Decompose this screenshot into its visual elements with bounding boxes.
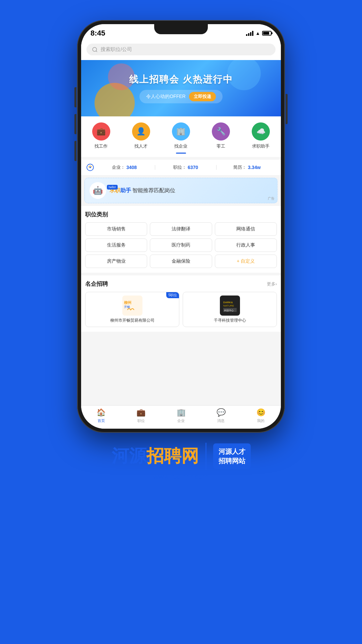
svg-point-0 bbox=[93, 47, 97, 51]
assistant-label: 求职助手 bbox=[252, 143, 269, 149]
brand-part2: 招聘网 bbox=[146, 444, 199, 468]
jobs-label: 职位 bbox=[137, 418, 145, 423]
stats-divider2 bbox=[216, 165, 217, 170]
nav-message[interactable]: 💬 消息 bbox=[201, 408, 241, 423]
brand-divider bbox=[205, 443, 206, 470]
cat-item-life[interactable]: 生活服务 bbox=[85, 238, 147, 252]
find-talent-icon: 👤 bbox=[132, 122, 150, 141]
cat-item-medical[interactable]: 医疗制药 bbox=[150, 238, 212, 252]
company-list: 5职位 柳州 开畅 柳州市开畅贸易有限公司 bbox=[85, 292, 277, 327]
company-value: 3408 bbox=[126, 165, 137, 170]
banner-button[interactable]: 立即投递 bbox=[189, 92, 216, 101]
freelance-label: 零工 bbox=[217, 143, 225, 149]
search-input-wrap[interactable]: 搜索职位/公司 bbox=[86, 44, 276, 55]
status-bar: 8:45 ▲ bbox=[81, 24, 281, 40]
assistant-icon: ☁️ bbox=[252, 122, 270, 141]
notch bbox=[154, 24, 208, 34]
message-label: 消息 bbox=[217, 418, 225, 423]
quick-nav: 💼 找工作 👤 找人才 🏢 找企业 🔧 零工 bbox=[81, 116, 281, 153]
company-card-1[interactable]: 5职位 柳州 开畅 柳州市开畅贸易有限公司 bbox=[85, 292, 179, 327]
company-section: 名企招聘 更多 › 5职位 柳州 bbox=[81, 275, 281, 332]
brand-box: 河源人才 招聘网站 bbox=[213, 443, 251, 469]
job-value: 6370 bbox=[188, 165, 198, 170]
cat-item-custom[interactable]: + 自定义 bbox=[215, 255, 277, 268]
find-company-label: 找企业 bbox=[174, 143, 187, 149]
banner-title: 线上招聘会 火热进行中 bbox=[129, 73, 233, 86]
company-logo-svg-1: 柳州 开畅 bbox=[124, 297, 141, 314]
stats-resume: 简历： 3.34w bbox=[219, 164, 276, 170]
find-company-icon: 🏢 bbox=[172, 122, 190, 141]
home-label: 首页 bbox=[98, 418, 105, 423]
svg-line-1 bbox=[96, 51, 97, 52]
tab-active-line bbox=[176, 153, 186, 154]
search-icon bbox=[92, 47, 98, 53]
cat-item-finance[interactable]: 金融保险 bbox=[150, 255, 212, 268]
message-icon: 💬 bbox=[217, 408, 226, 417]
company-name-2: 千寻科技管理中心 bbox=[183, 318, 277, 327]
brand-box-line2: 招聘网站 bbox=[219, 456, 245, 466]
jobs-icon: 💼 bbox=[136, 408, 145, 417]
brand-part1: 河源 bbox=[112, 444, 146, 468]
stats-company: 企业： 3408 bbox=[96, 164, 153, 170]
job-categories-title: 职位类别 bbox=[85, 211, 277, 218]
tab-indicator bbox=[81, 153, 281, 157]
nav-item-find-job[interactable]: 💼 找工作 bbox=[92, 122, 110, 149]
enterprise-icon: 🏢 bbox=[177, 408, 186, 417]
signal-icon bbox=[246, 31, 253, 36]
company-name-1: 柳州市开畅贸易有限公司 bbox=[85, 318, 179, 327]
cat-item-network[interactable]: 网络通信 bbox=[215, 222, 277, 236]
phone-frame: 8:45 ▲ bbox=[77, 20, 285, 433]
nav-enterprise[interactable]: 🏢 企业 bbox=[161, 408, 201, 423]
stats-logo-icon bbox=[86, 164, 94, 171]
ai-banner-text: 求职助手 智能推荐匹配岗位 bbox=[110, 187, 175, 194]
cat-item-realestate[interactable]: 房产物业 bbox=[85, 255, 147, 268]
freelance-icon: 🔧 bbox=[212, 122, 230, 141]
nav-home[interactable]: 🏠 首页 bbox=[81, 408, 121, 423]
job-categories-grid: 市场销售 法律翻译 网络通信 生活服务 医疗制药 行政人事 房产物业 金融保险 … bbox=[85, 222, 277, 268]
nav-jobs[interactable]: 💼 职位 bbox=[121, 408, 161, 423]
company-section-header: 名企招聘 更多 › bbox=[85, 280, 277, 288]
more-link[interactable]: 更多 › bbox=[267, 281, 277, 287]
banner[interactable]: 线上招聘会 火热进行中 令人心动的OFFER 立即投递 bbox=[81, 60, 281, 116]
brand-row: 河源 招聘网 河源人才 招聘网站 bbox=[112, 443, 251, 470]
svg-text:柳州: 柳州 bbox=[124, 301, 131, 305]
find-talent-label: 找人才 bbox=[134, 143, 147, 149]
search-bar: 搜索职位/公司 bbox=[81, 40, 281, 60]
stats-job: 职位： 6370 bbox=[157, 164, 214, 170]
ai-hello-badge: hello! bbox=[107, 185, 118, 190]
svg-text:DARK&: DARK& bbox=[223, 301, 233, 304]
company-logo-svg-2: DARK& NATURE 科技中心 bbox=[222, 297, 238, 314]
brand-url: www.fuqinhr.com bbox=[153, 472, 209, 481]
ai-banner[interactable]: 🤖 hello! 求职助手 智能推荐匹配岗位 广告 bbox=[84, 178, 278, 203]
profile-label: 我的 bbox=[257, 418, 264, 423]
company-logo-2: DARK& NATURE 科技中心 bbox=[220, 296, 240, 316]
company-section-title: 名企招聘 bbox=[85, 280, 108, 288]
profile-icon: 😊 bbox=[256, 408, 265, 417]
find-job-label: 找工作 bbox=[95, 143, 108, 149]
screen-content[interactable]: 搜索职位/公司 线上招聘会 火热进行中 令人心动的OFFER 立即投递 bbox=[81, 40, 281, 405]
find-job-icon: 💼 bbox=[92, 122, 110, 141]
nav-item-freelance[interactable]: 🔧 零工 bbox=[212, 122, 230, 149]
nav-item-assistant[interactable]: ☁️ 求职助手 bbox=[252, 122, 270, 149]
phone-wrapper: 8:45 ▲ bbox=[77, 20, 285, 433]
company-card-2[interactable]: DARK& NATURE 科技中心 千寻科技管理中心 bbox=[183, 292, 277, 327]
svg-text:科技中心: 科技中心 bbox=[224, 309, 234, 312]
wifi-icon: ▲ bbox=[255, 31, 260, 36]
stats-divider1 bbox=[155, 165, 155, 170]
resume-value: 3.34w bbox=[248, 165, 260, 170]
banner-sub[interactable]: 令人心动的OFFER 立即投递 bbox=[139, 90, 222, 103]
brand-box-line1: 河源人才 bbox=[219, 447, 245, 456]
search-placeholder[interactable]: 搜索职位/公司 bbox=[101, 46, 132, 53]
nav-profile[interactable]: 😊 我的 bbox=[241, 408, 281, 423]
cat-item-law[interactable]: 法律翻译 bbox=[150, 222, 212, 236]
svg-text:NATURE: NATURE bbox=[223, 304, 234, 307]
cat-item-admin[interactable]: 行政人事 bbox=[215, 238, 277, 252]
job-categories-section: 职位类别 市场销售 法律翻译 网络通信 生活服务 医疗制药 行政人事 房产物业 … bbox=[81, 206, 281, 273]
cat-item-market[interactable]: 市场销售 bbox=[85, 222, 147, 236]
enterprise-label: 企业 bbox=[177, 418, 185, 423]
company-logo-1: 柳州 开畅 bbox=[122, 296, 142, 316]
bottom-nav: 🏠 首页 💼 职位 🏢 企业 💬 消息 😊 我的 bbox=[81, 405, 281, 429]
home-icon: 🏠 bbox=[97, 408, 106, 417]
nav-item-find-talent[interactable]: 👤 找人才 bbox=[132, 122, 150, 149]
nav-item-find-company[interactable]: 🏢 找企业 bbox=[172, 122, 190, 149]
